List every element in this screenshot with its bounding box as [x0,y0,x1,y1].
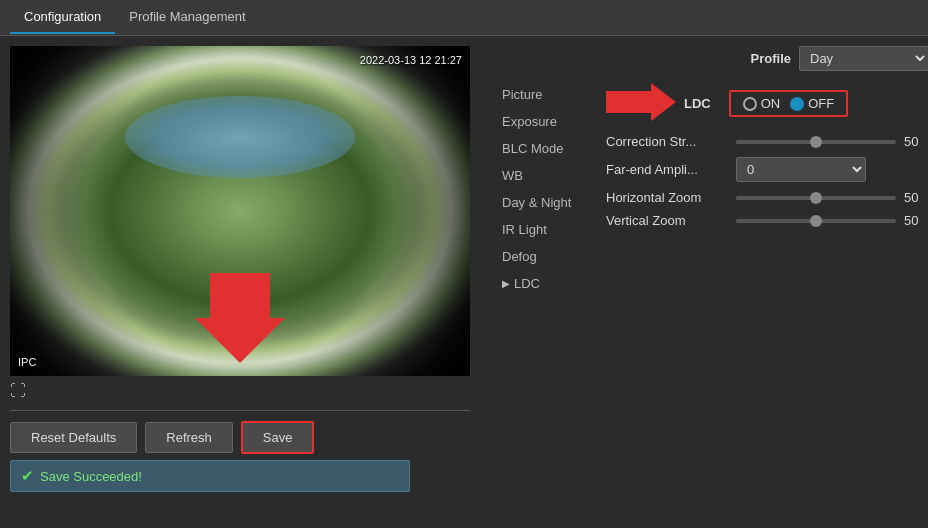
far-end-row: Far-end Ampli... 0 1 2 [606,157,928,182]
tab-profile-management[interactable]: Profile Management [115,1,259,34]
horizontal-zoom-thumb[interactable] [810,192,822,204]
far-end-select[interactable]: 0 1 2 [736,157,866,182]
expand-icon[interactable]: ⛶ [10,382,26,400]
horizontal-zoom-fill [736,196,816,200]
camera-view: 2022-03-13 12 21:27 IPC [10,46,470,376]
reset-defaults-button[interactable]: Reset Defaults [10,422,137,453]
camera-controls: ⛶ [10,376,470,406]
right-panel: Profile Day Night Schedule Picture Expos… [480,36,928,528]
profile-select[interactable]: Day Night Schedule [799,46,928,71]
nav-item-picture[interactable]: Picture [496,83,596,106]
down-arrow-icon [195,273,285,366]
ldc-on-label: ON [761,96,781,111]
vertical-zoom-row: Vertical Zoom 50 [606,213,928,228]
svg-marker-0 [195,273,285,363]
vertical-zoom-fill [736,219,816,223]
nav-item-blc-mode[interactable]: BLC Mode [496,137,596,160]
horizontal-zoom-row: Horizontal Zoom 50 [606,190,928,205]
bottom-buttons: Reset Defaults Refresh Save [10,415,470,460]
correction-strength-value: 50 [904,134,928,149]
horizontal-zoom-value: 50 [904,190,928,205]
correction-strength-slider-container: 50 [736,134,928,149]
nav-item-exposure[interactable]: Exposure [496,110,596,133]
nav-ldc-label: LDC [514,276,540,291]
ldc-onoff-container: LDC ON OFF [684,90,848,117]
right-arrow-icon [606,83,676,124]
ldc-off-label: OFF [808,96,834,111]
correction-strength-label: Correction Str... [606,134,736,149]
nav-item-ir-light[interactable]: IR Light [496,218,596,241]
ldc-radio-group: ON OFF [729,90,849,117]
ldc-label: LDC [684,96,711,111]
success-message: Save Succeeded! [40,469,142,484]
horizontal-zoom-slider-container: 50 [736,190,928,205]
separator-1 [10,410,470,411]
horizontal-zoom-track[interactable] [736,196,896,200]
left-panel: 2022-03-13 12 21:27 IPC ⛶ Reset Defaults… [0,36,480,528]
success-check-icon: ✔ [21,467,34,485]
correction-strength-track[interactable] [736,140,896,144]
correction-strength-thumb[interactable] [810,136,822,148]
main-content: 2022-03-13 12 21:27 IPC ⛶ Reset Defaults… [0,36,928,528]
tab-bar: Configuration Profile Management [0,0,928,36]
ldc-control-row: LDC ON OFF [606,83,928,124]
settings-area: Picture Exposure BLC Mode WB Day & Night… [496,83,928,518]
vertical-zoom-thumb[interactable] [810,215,822,227]
ldc-off-radio[interactable] [790,97,804,111]
vertical-zoom-value: 50 [904,213,928,228]
ldc-arrow-icon: ▶ [502,278,510,289]
ldc-off-option[interactable]: OFF [790,96,834,111]
vertical-zoom-slider-container: 50 [736,213,928,228]
profile-label: Profile [751,51,791,66]
far-end-label: Far-end Ampli... [606,162,736,177]
nav-item-ldc[interactable]: ▶ LDC [496,272,596,295]
svg-marker-1 [606,83,676,121]
nav-item-day-night[interactable]: Day & Night [496,191,596,214]
refresh-button[interactable]: Refresh [145,422,233,453]
nav-item-wb[interactable]: WB [496,164,596,187]
tab-configuration[interactable]: Configuration [10,1,115,34]
nav-item-defog[interactable]: Defog [496,245,596,268]
save-button[interactable]: Save [241,421,315,454]
ldc-on-option[interactable]: ON [743,96,781,111]
correction-strength-row: Correction Str... 50 [606,134,928,149]
camera-timestamp: 2022-03-13 12 21:27 [360,54,462,66]
nav-sidebar: Picture Exposure BLC Mode WB Day & Night… [496,83,596,518]
camera-ipc-label: IPC [18,356,36,368]
ldc-on-radio[interactable] [743,97,757,111]
vertical-zoom-label: Vertical Zoom [606,213,736,228]
vertical-zoom-track[interactable] [736,219,896,223]
profile-row: Profile Day Night Schedule [496,46,928,71]
correction-strength-fill [736,140,816,144]
success-bar: ✔ Save Succeeded! [10,460,410,492]
horizontal-zoom-label: Horizontal Zoom [606,190,736,205]
settings-panel: LDC ON OFF [596,83,928,518]
